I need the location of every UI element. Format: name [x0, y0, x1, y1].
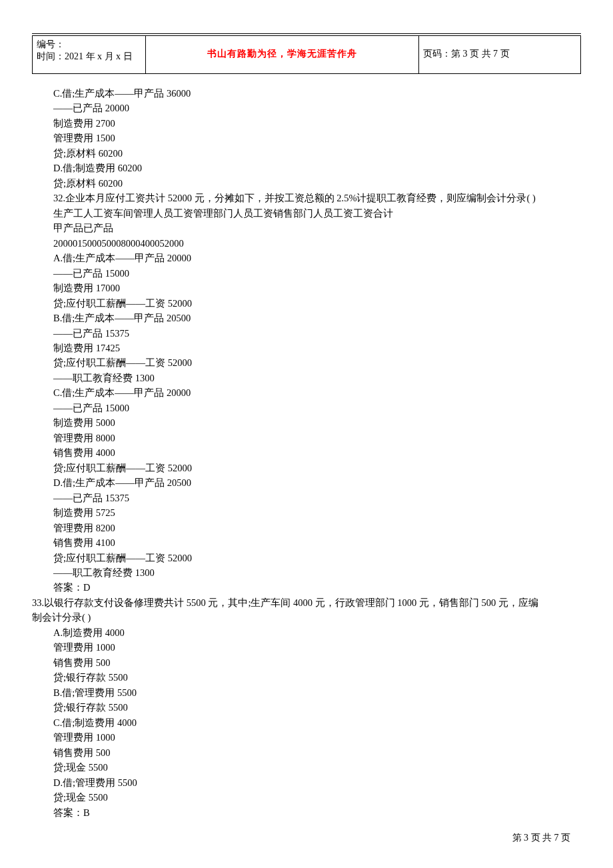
- body-line: 销售费用 4000: [53, 445, 581, 460]
- body-line: 贷;原材料 60200: [53, 176, 581, 191]
- body-line: ——职工教育经费 1300: [53, 371, 581, 385]
- body-line: 贷;应付职工薪酬——工资 52000: [53, 296, 581, 311]
- body-line: B.借;生产成本——甲产品 20500: [53, 311, 581, 325]
- body-line: 200001500050008000400052000: [53, 236, 581, 251]
- body-line: D.借;生产成本——甲产品 20500: [53, 475, 581, 490]
- body-line: 答案：B: [53, 805, 581, 820]
- header-table: 编号： 时间：2021 年 x 月 x 日 书山有路勤为径，学海无涯苦作舟 页码…: [32, 35, 581, 74]
- body-line: D.借;制造费用 60200: [53, 161, 581, 175]
- body-line: 制造费用 5000: [53, 415, 581, 430]
- body-line: 贷;现金 5500: [53, 790, 581, 805]
- body-line: 甲产品已产品: [53, 221, 581, 235]
- body-line: 管理费用 1000: [53, 730, 581, 745]
- body-line: A.制造费用 4000: [53, 625, 581, 640]
- body-line: C.借;生产成本——甲产品 20000: [53, 385, 581, 400]
- body-line: B.借;管理费用 5500: [53, 685, 581, 700]
- body-line: 销售费用 500: [53, 655, 581, 670]
- body-line: C.借;生产成本——甲产品 36000: [53, 86, 581, 101]
- body-line: 32.企业本月应付工资共计 52000 元，分摊如下，并按工资总额的 2.5%计…: [53, 191, 581, 205]
- header-motto: 书山有路勤为径，学海无涯苦作舟: [146, 36, 419, 74]
- body-line: 管理费用 1500: [53, 131, 581, 145]
- body-line: 管理费用 1000: [53, 640, 581, 655]
- page-footer: 第 3 页 共 7 页: [512, 832, 571, 844]
- body-line: 管理费用 8200: [53, 521, 581, 535]
- body-line: 33.以银行存款支付设备修理费共计 5500 元，其中;生产车间 4000 元，…: [32, 595, 581, 610]
- body-line: ——已产品 15000: [53, 266, 581, 281]
- body-line: A.借;生产成本——甲产品 20000: [53, 251, 581, 265]
- body-line: 制造费用 17000: [53, 281, 581, 295]
- header-page-label: 页码：第 3 页 共 7 页: [419, 36, 581, 74]
- body-line: 销售费用 4100: [53, 535, 581, 550]
- body-line: 贷;银行存款 5500: [53, 670, 581, 685]
- body-line: 贷;现金 5500: [53, 760, 581, 775]
- header-left-cell: 编号： 时间：2021 年 x 月 x 日: [33, 36, 146, 74]
- body-line: 贷;应付职工薪酬——工资 52000: [53, 551, 581, 565]
- body-line: 制会计分录( ): [32, 610, 581, 625]
- document-body: C.借;生产成本——甲产品 36000——已产品 20000制造费用 2700管…: [32, 86, 581, 820]
- body-line: 管理费用 8000: [53, 431, 581, 445]
- body-line: ——已产品 15375: [53, 491, 581, 505]
- body-line: ——已产品 20000: [53, 101, 581, 115]
- body-line: C.借;制造费用 4000: [53, 715, 581, 730]
- top-rule: [32, 33, 581, 34]
- body-line: ——职工教育经费 1300: [53, 565, 581, 580]
- body-line: 生产工人工资车间管理人员工资管理部门人员工资销售部门人员工资工资合计: [53, 206, 581, 221]
- body-line: ——已产品 15375: [53, 326, 581, 341]
- body-line: 贷;应付职工薪酬——工资 52000: [53, 355, 581, 370]
- body-line: 制造费用 2700: [53, 116, 581, 131]
- doc-id-label: 编号：: [37, 39, 141, 51]
- body-line: 销售费用 500: [53, 745, 581, 760]
- body-line: D.借;管理费用 5500: [53, 775, 581, 790]
- body-line: 答案：D: [53, 580, 581, 595]
- body-line: 贷;银行存款 5500: [53, 700, 581, 715]
- body-line: ——已产品 15000: [53, 401, 581, 415]
- body-line: 制造费用 17425: [53, 341, 581, 355]
- body-line: 贷;原材料 60200: [53, 146, 581, 161]
- doc-time-label: 时间：2021 年 x 月 x 日: [37, 51, 141, 63]
- body-line: 贷;应付职工薪酬——工资 52000: [53, 461, 581, 475]
- body-line: 制造费用 5725: [53, 505, 581, 520]
